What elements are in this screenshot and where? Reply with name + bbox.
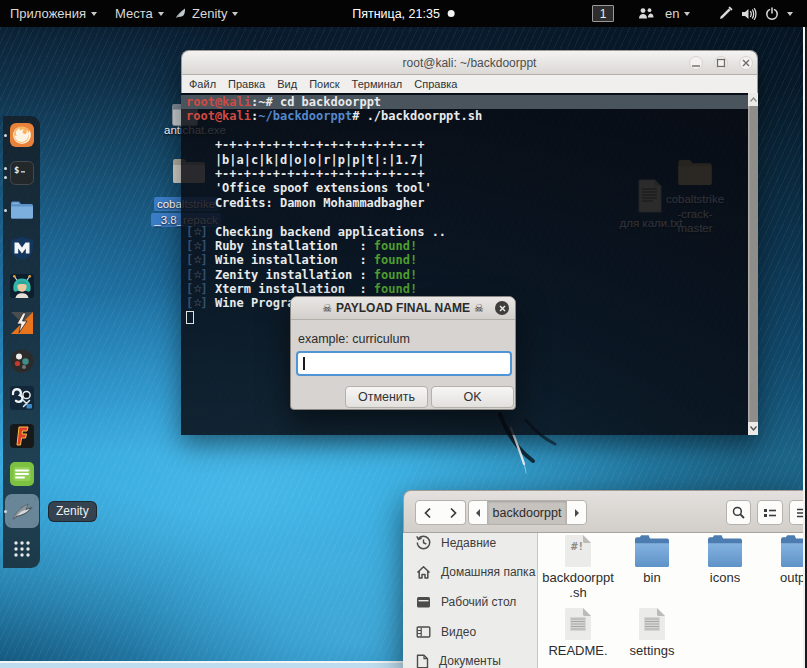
path-button[interactable]: backdoorppt <box>487 500 567 525</box>
terminal-text-fg: |b|a|c|k|d|o|o|r|p|p|t|:|1.7| <box>186 153 424 167</box>
documents-icon <box>416 654 429 668</box>
minimize-icon[interactable] <box>689 56 703 70</box>
file-manager-sidebar: НедавниеДомашняя папкаРабочий столВидеоД… <box>403 533 538 668</box>
places-label: Места <box>115 6 153 21</box>
back-button[interactable] <box>415 500 441 525</box>
terminal-menu-4[interactable]: Терминал <box>346 78 409 90</box>
terminal-line: [☆] Ruby installation : found! <box>181 239 748 253</box>
sidebar-item-2[interactable]: Рабочий стол <box>403 587 537 617</box>
file-item-settings[interactable]: settings <box>614 606 690 659</box>
maximize-icon[interactable] <box>714 56 728 70</box>
file-manager-window[interactable]: backdoorppt НедавниеДомашняя папкаРабочи… <box>403 490 807 668</box>
close-icon[interactable] <box>739 56 753 70</box>
dock-item-armitage[interactable] <box>8 272 36 300</box>
power-icon <box>765 7 779 21</box>
ok-button[interactable]: OK <box>431 386 514 408</box>
dock-item-exploit-tool[interactable] <box>8 309 36 337</box>
file-item-bin[interactable]: bin <box>614 533 690 586</box>
dialog-close-icon[interactable] <box>495 301 509 315</box>
notification-dot <box>448 10 455 17</box>
volume-icon <box>741 7 757 21</box>
folder-icon <box>760 533 807 568</box>
terminal-titlebar[interactable]: root@kali: ~/backdoorppt <box>181 50 758 75</box>
terminal-text-green: found! <box>374 268 417 282</box>
exploit-tool-icon <box>9 310 35 336</box>
doc-icon <box>614 606 690 641</box>
terminal-line: +-+-+-+-+-+-+-+-+-+-+-+-+---+ <box>181 138 748 152</box>
offscreen-window-bottom-body <box>0 663 403 668</box>
dock-item-show-applications[interactable] <box>8 535 36 563</box>
dock-item-burpsuite[interactable] <box>8 347 36 375</box>
file-item-README.[interactable]: README. <box>540 606 616 659</box>
sidebar-item-4[interactable]: Документы <box>403 646 537 668</box>
dialog-titlebar[interactable]: ☠ PAYLOAD FINAL NAME ☠ <box>291 297 515 320</box>
dock-item-terminal[interactable]: $ <box>8 159 36 187</box>
cancel-button[interactable]: Отменить <box>345 386 428 408</box>
sidebar-item-3[interactable]: Видео <box>403 617 537 647</box>
terminal-line: |b|a|c|k|d|o|o|r|p|p|t|:|1.7| <box>181 153 748 167</box>
path-right-chevron[interactable] <box>566 500 587 525</box>
terminal-scrollbar[interactable] <box>748 93 758 435</box>
file-item-output[interactable]: output <box>760 533 807 586</box>
payload-dialog[interactable]: ☠ PAYLOAD FINAL NAME ☠ example: curricul… <box>290 296 516 410</box>
workspace-number: 1 <box>592 5 614 22</box>
terminal-text-red: root@kali <box>186 95 251 109</box>
dock-item-beef[interactable] <box>8 384 36 412</box>
armitage-icon <box>9 273 35 299</box>
file-manager-toolbar: backdoorppt <box>403 490 807 533</box>
terminal-text-fg: Wine Progra <box>215 296 294 310</box>
terminal-line: root@kali:~# cd backdoorppt <box>181 95 748 109</box>
dock-item-files[interactable] <box>8 196 36 224</box>
keyboard-layout-menu[interactable]: en <box>661 0 694 27</box>
zenity-appmenu[interactable]: Zenity <box>170 0 242 27</box>
payload-name-input[interactable] <box>296 351 512 376</box>
dock-item-faraday[interactable] <box>8 422 36 450</box>
terminal-menubar: ФайлПравкаВидПоискТерминалСправка <box>181 75 758 93</box>
dock-item-zenity[interactable] <box>8 497 36 525</box>
language-label: en <box>665 6 679 21</box>
firefox-icon <box>9 122 35 148</box>
file-item-backdoorppt.sh[interactable]: #!backdoorppt.sh <box>540 533 616 600</box>
svg-text:$: $ <box>14 165 19 175</box>
terminal-text-green: found! <box>374 282 417 296</box>
terminal-line: root@kali:~/backdoorppt# ./backdoorppt.s… <box>181 109 748 123</box>
terminal-title: root@kali: ~/backdoorppt <box>403 56 537 70</box>
terminal-text-green: found! <box>374 253 417 267</box>
folder-icon <box>614 533 690 568</box>
terminal-text-fg: Wine installation : <box>215 253 374 267</box>
terminal-menu-1[interactable]: Правка <box>222 78 271 90</box>
terminal-menu-3[interactable]: Поиск <box>303 78 345 90</box>
home-icon <box>416 565 431 580</box>
desktop-screen: antichat.execobaltstrike_3.8_repackдля к… <box>0 0 807 668</box>
terminal-text-brk: [ <box>186 296 193 310</box>
terminal-menu-5[interactable]: Справка <box>408 78 463 90</box>
path-left-chevron[interactable] <box>468 500 488 525</box>
svg-text:#!: #! <box>571 540 584 553</box>
search-icon[interactable] <box>726 500 751 525</box>
scrollbar-thumb[interactable] <box>749 106 758 422</box>
places-menu[interactable]: Места <box>111 0 168 27</box>
view-toggle-icon[interactable] <box>757 500 783 525</box>
scroll-up-icon[interactable] <box>748 93 758 107</box>
people-indicator[interactable] <box>634 0 658 27</box>
sidebar-item-1[interactable]: Домашняя папка <box>403 558 537 588</box>
terminal-line <box>181 124 748 138</box>
dock-item-firefox[interactable] <box>8 121 36 149</box>
dock-item-cherrytree[interactable] <box>8 460 36 488</box>
terminal-menu-0[interactable]: Файл <box>183 78 222 90</box>
workspace-indicator[interactable]: 1 <box>588 0 618 27</box>
chevron-down-icon <box>684 12 690 16</box>
scroll-down-icon[interactable] <box>748 422 758 435</box>
top-bar: Приложения Места Zenity Пятница, 21:35 1… <box>0 0 807 27</box>
terminal-line: Credits: Damon Mohammadbagher <box>181 196 748 210</box>
dock-item-maltego[interactable] <box>8 234 36 262</box>
terminal-menu-2[interactable]: Вид <box>271 78 303 90</box>
applications-menu[interactable]: Приложения <box>6 0 101 27</box>
file-item-icons[interactable]: icons <box>687 533 763 586</box>
system-menu[interactable] <box>714 0 797 27</box>
terminal-text-brk: [ <box>186 253 193 267</box>
clock-menu[interactable]: Пятница, 21:35 <box>348 0 459 27</box>
terminal-text-fg: 'Office spoof extensions tool' <box>186 181 432 195</box>
dock: $ <box>3 116 40 568</box>
forward-button[interactable] <box>440 500 466 525</box>
